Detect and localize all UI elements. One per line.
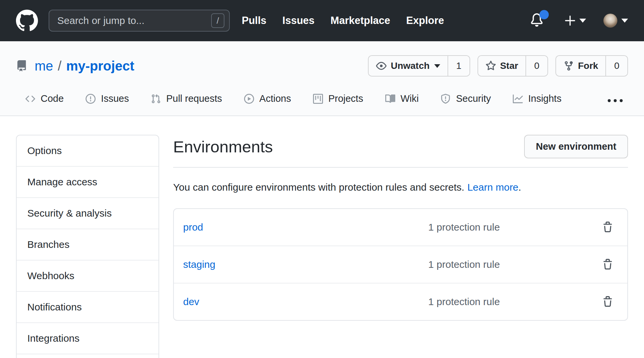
unwatch-button[interactable]: Unwatch [369, 56, 448, 76]
repo-header-section: me / my-project Unwatch 1 [0, 41, 644, 116]
project-icon [313, 94, 323, 104]
tab-overflow-button[interactable] [605, 94, 625, 115]
issue-opened-icon [86, 94, 96, 104]
fork-button[interactable]: Fork [556, 56, 606, 76]
sidebar-item-notifications[interactable]: Notifications [17, 291, 159, 322]
tab-pull-requests[interactable]: Pull requests [144, 89, 229, 115]
unread-notification-dot [539, 10, 549, 19]
ellipsis-icon [614, 99, 617, 102]
tab-issues[interactable]: Issues [79, 89, 136, 115]
trash-icon [602, 222, 613, 233]
pull-request-icon [151, 94, 161, 104]
watch-button-group: Unwatch 1 [368, 55, 470, 77]
search-input[interactable] [49, 10, 230, 32]
graph-icon [513, 94, 523, 104]
trash-icon [602, 296, 613, 307]
sidebar-item-branches[interactable]: Branches [17, 229, 159, 260]
chevron-down-icon [621, 19, 628, 23]
sidebar-item-manage-access[interactable]: Manage access [17, 166, 159, 197]
page-title: Environments [173, 137, 273, 156]
star-button-group: Star 0 [478, 55, 548, 77]
new-environment-button[interactable]: New environment [524, 135, 628, 158]
description-period: . [518, 182, 521, 193]
sidebar-item-cutoff[interactable] [17, 354, 159, 358]
create-new-dropdown[interactable] [564, 15, 586, 27]
tab-code[interactable]: Code [19, 89, 70, 115]
tab-actions[interactable]: Actions [237, 89, 298, 115]
sidebar-item-security-analysis[interactable]: Security & analysis [17, 197, 159, 229]
plus-icon [564, 15, 576, 27]
repo-name-link[interactable]: my-project [66, 59, 135, 74]
environment-link[interactable]: dev [183, 296, 428, 307]
environments-header: Environments New environment [173, 135, 628, 168]
learn-more-link[interactable]: Learn more [467, 182, 518, 193]
nav-issues[interactable]: Issues [282, 15, 315, 27]
forks-count[interactable]: 0 [605, 56, 627, 76]
repo-tab-bar: Code Issues Pull requests Actions [0, 89, 644, 115]
tab-wiki[interactable]: Wiki [379, 89, 426, 115]
tab-projects[interactable]: Projects [306, 89, 370, 115]
tab-insights[interactable]: Insights [506, 89, 568, 115]
book-icon [385, 94, 395, 104]
description-text: You can configure environments with prot… [173, 182, 464, 193]
global-header: / Pulls Issues Marketplace Explore [0, 0, 644, 41]
fork-button-group: Fork 0 [555, 55, 628, 77]
shield-icon [441, 94, 451, 104]
sidebar-item-webhooks[interactable]: Webhooks [17, 260, 159, 291]
star-icon [485, 61, 496, 71]
protection-rule-count: 1 protection rule [428, 259, 585, 270]
play-icon [244, 94, 254, 104]
avatar [603, 14, 617, 28]
protection-rule-count: 1 protection rule [428, 296, 585, 307]
environments-list: prod 1 protection rule staging 1 protect… [173, 208, 628, 321]
notifications-button[interactable] [530, 13, 545, 28]
sidebar-item-integrations[interactable]: Integrations [17, 322, 159, 354]
github-repo-environments-page: / Pulls Issues Marketplace Explore [0, 0, 644, 358]
global-nav: Pulls Issues Marketplace Explore [242, 15, 444, 27]
settings-sidebar: Options Manage access Security & analysi… [16, 135, 159, 358]
environments-description: You can configure environments with prot… [173, 182, 628, 193]
nav-pulls[interactable]: Pulls [242, 15, 266, 27]
tab-security[interactable]: Security [434, 89, 497, 115]
breadcrumb-separator: / [58, 59, 62, 74]
environment-row-prod: prod 1 protection rule [174, 209, 627, 246]
watchers-count[interactable]: 1 [448, 56, 470, 76]
nav-marketplace[interactable]: Marketplace [331, 15, 390, 27]
repo-icon [16, 60, 27, 72]
stars-count[interactable]: 0 [525, 56, 547, 76]
environment-link[interactable]: prod [183, 222, 428, 233]
trash-icon [602, 259, 613, 270]
ellipsis-icon [620, 99, 623, 102]
eye-icon [376, 61, 387, 71]
search-box: / [49, 10, 230, 32]
environment-link[interactable]: staging [183, 259, 428, 270]
slash-shortcut-hint: / [211, 13, 224, 28]
breadcrumb: me / my-project [35, 59, 134, 74]
protection-rule-count: 1 protection rule [428, 222, 585, 233]
github-logo-icon[interactable] [16, 10, 38, 32]
delete-environment-button[interactable] [602, 222, 613, 233]
environment-row-staging: staging 1 protection rule [174, 246, 627, 283]
delete-environment-button[interactable] [602, 296, 613, 307]
code-icon [25, 94, 35, 104]
environment-row-dev: dev 1 protection rule [174, 283, 627, 320]
star-button[interactable]: Star [478, 56, 525, 76]
user-menu[interactable] [603, 14, 628, 28]
settings-content: Options Manage access Security & analysi… [0, 116, 644, 358]
repo-title-row: me / my-project Unwatch 1 [0, 53, 644, 79]
nav-explore[interactable]: Explore [406, 15, 444, 27]
chevron-down-icon [434, 64, 440, 68]
environments-panel: Environments New environment You can con… [173, 135, 628, 358]
header-right-controls [530, 13, 628, 28]
fork-icon [563, 61, 574, 71]
sidebar-item-options[interactable]: Options [17, 135, 159, 166]
delete-environment-button[interactable] [602, 259, 613, 270]
repo-action-buttons: Unwatch 1 Star 0 [368, 55, 628, 77]
chevron-down-icon [579, 19, 586, 23]
repo-owner-link[interactable]: me [35, 59, 53, 74]
ellipsis-icon [608, 99, 611, 102]
